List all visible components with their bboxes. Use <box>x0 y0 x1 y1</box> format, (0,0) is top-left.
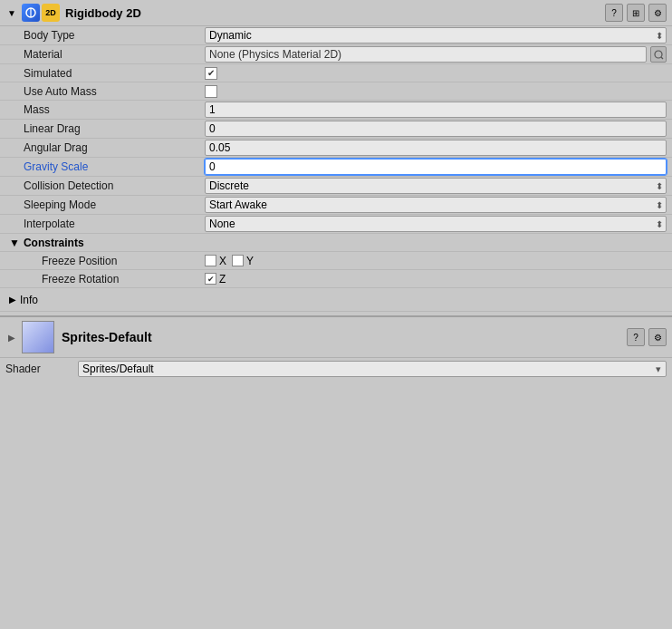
constraints-label: Constraints <box>24 237 84 249</box>
body-type-select[interactable]: Dynamic Kinematic Static <box>205 27 667 44</box>
bottom-header: ▶ Sprites-Default ? ⚙ <box>0 317 672 358</box>
settings-button[interactable]: ⚙ <box>648 4 667 22</box>
freeze-position-y-checkbox[interactable] <box>232 255 244 266</box>
bottom-panel: ▶ Sprites-Default ? ⚙ Shader Sprites/Def… <box>0 315 672 380</box>
component-title: Rigidbody 2D <box>65 6 605 20</box>
gravity-scale-label: Gravity Scale <box>24 160 205 173</box>
gravity-scale-row: Gravity Scale <box>0 158 672 177</box>
linear-drag-value <box>205 121 667 137</box>
use-auto-mass-value <box>205 85 667 98</box>
sleeping-mode-select[interactable]: Never Sleep Start Awake Start Asleep <box>205 197 667 213</box>
shader-row: Shader Sprites/Default <box>0 358 672 380</box>
simulated-row: Simulated <box>0 64 672 82</box>
freeze-position-x-label: X <box>219 255 226 267</box>
collision-detection-label: Collision Detection <box>24 179 205 192</box>
material-thumbnail <box>22 321 54 353</box>
svg-line-3 <box>661 57 663 59</box>
material-label: Material <box>24 48 205 61</box>
play-button[interactable]: ▶ <box>5 331 18 344</box>
angular-drag-input[interactable] <box>205 140 667 156</box>
bottom-settings-button[interactable]: ⚙ <box>648 328 667 346</box>
bottom-help-button[interactable]: ? <box>627 328 645 346</box>
linear-drag-label: Linear Drag <box>24 122 205 135</box>
sleeping-mode-select-wrapper: Never Sleep Start Awake Start Asleep <box>205 197 667 213</box>
freeze-rotation-z-label: Z <box>219 273 226 285</box>
constraints-section-header[interactable]: ▼ Constraints <box>0 234 672 252</box>
freeze-position-y-label: Y <box>246 255 254 267</box>
collision-detection-value: Discrete Continuous <box>205 178 667 194</box>
properties-panel: Body Type Dynamic Kinematic Static Mater… <box>0 26 672 234</box>
freeze-position-checks: X Y <box>205 255 254 267</box>
gravity-scale-input[interactable] <box>205 159 667 175</box>
body-type-row: Body Type Dynamic Kinematic Static <box>0 26 672 45</box>
simulated-label: Simulated <box>24 67 205 80</box>
body-type-select-wrapper: Dynamic Kinematic Static <box>205 27 667 44</box>
bottom-panel-buttons: ? ⚙ <box>627 328 667 346</box>
material-input[interactable] <box>205 46 647 63</box>
shader-select-wrapper: Sprites/Default <box>78 361 667 377</box>
rigidbody2d-panel: ▼ 2D Rigidbody 2D ? ⊞ ⚙ Body Type <box>0 0 672 380</box>
simulated-checkbox[interactable] <box>205 67 217 80</box>
component-header: ▼ 2D Rigidbody 2D ? ⊞ ⚙ <box>0 0 672 26</box>
freeze-rotation-row: Freeze Rotation Z <box>0 270 672 288</box>
interpolate-select-wrapper: None Interpolate Extrapolate <box>205 216 667 232</box>
linear-drag-row: Linear Drag <box>0 120 672 139</box>
info-label: Info <box>20 294 38 306</box>
body-type-label: Body Type <box>24 29 205 42</box>
simulated-value <box>205 67 667 80</box>
freeze-position-x-checkbox[interactable] <box>205 255 216 266</box>
material-value <box>205 46 667 63</box>
gravity-scale-value <box>205 159 667 175</box>
rigidbody-alt-icon: 2D <box>42 4 60 22</box>
collision-detection-select[interactable]: Discrete Continuous <box>205 178 667 194</box>
mass-label: Mass <box>24 103 205 116</box>
material-select-btn[interactable] <box>650 46 667 63</box>
sleeping-mode-value: Never Sleep Start Awake Start Asleep <box>205 197 667 213</box>
collision-detection-select-wrapper: Discrete Continuous <box>205 178 667 194</box>
collision-detection-row: Collision Detection Discrete Continuous <box>0 177 672 196</box>
freeze-position-x-group: X <box>205 255 226 267</box>
freeze-rotation-checks: Z <box>205 273 226 285</box>
material-row-inner <box>205 46 667 63</box>
freeze-rotation-z-checkbox[interactable] <box>205 273 216 285</box>
mass-input[interactable] <box>205 102 667 118</box>
shader-select[interactable]: Sprites/Default <box>78 361 667 377</box>
help-button[interactable]: ? <box>605 4 623 22</box>
freeze-position-row: Freeze Position X Y <box>0 252 672 270</box>
use-auto-mass-checkbox[interactable] <box>205 85 217 98</box>
use-auto-mass-row: Use Auto Mass <box>0 82 672 101</box>
freeze-position-y-group: Y <box>232 255 254 267</box>
rigidbody-icon <box>22 4 40 22</box>
shader-label: Shader <box>5 363 78 375</box>
bottom-panel-title: Sprites-Default <box>62 330 627 344</box>
mass-row: Mass <box>0 101 672 120</box>
interpolate-value: None Interpolate Extrapolate <box>205 216 667 232</box>
info-section[interactable]: ▶ Info <box>0 288 672 312</box>
body-type-value: Dynamic Kinematic Static <box>205 27 667 44</box>
info-arrow-icon: ▶ <box>9 295 16 305</box>
constraints-arrow-icon: ▼ <box>9 237 20 249</box>
angular-drag-value <box>205 140 667 156</box>
sleeping-mode-label: Sleeping Mode <box>24 198 205 211</box>
component-icons: 2D <box>22 4 60 22</box>
freeze-rotation-z-group: Z <box>205 273 226 285</box>
material-row: Material <box>0 45 672 64</box>
angular-drag-label: Angular Drag <box>24 141 205 154</box>
sleeping-mode-row: Sleeping Mode Never Sleep Start Awake St… <box>0 196 672 215</box>
header-buttons: ? ⊞ ⚙ <box>605 4 667 22</box>
linear-drag-input[interactable] <box>205 121 667 137</box>
mass-value <box>205 102 667 118</box>
use-auto-mass-label: Use Auto Mass <box>24 85 205 98</box>
grid-button[interactable]: ⊞ <box>627 4 645 22</box>
interpolate-select[interactable]: None Interpolate Extrapolate <box>205 216 667 232</box>
interpolate-row: Interpolate None Interpolate Extrapolate <box>0 215 672 234</box>
svg-point-2 <box>655 51 662 58</box>
freeze-rotation-label: Freeze Rotation <box>42 273 205 285</box>
interpolate-label: Interpolate <box>24 218 205 230</box>
angular-drag-row: Angular Drag <box>0 139 672 158</box>
freeze-position-label: Freeze Position <box>42 255 205 267</box>
expand-arrow-icon[interactable]: ▼ <box>5 6 18 19</box>
